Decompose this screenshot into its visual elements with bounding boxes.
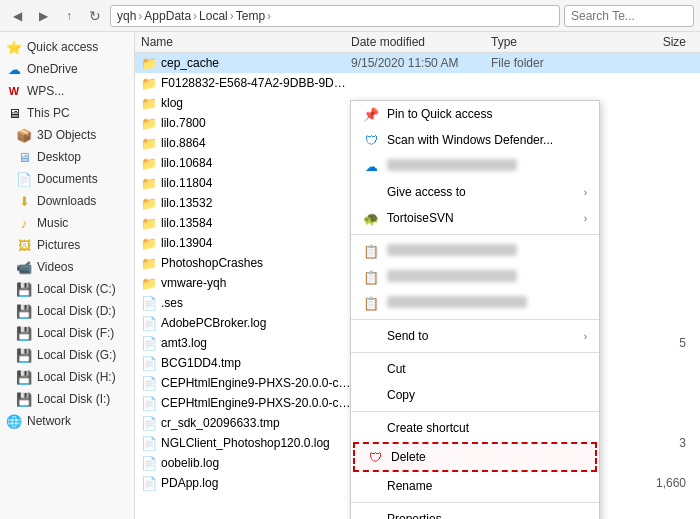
ctx-delete[interactable]: 🛡 Delete: [353, 442, 597, 472]
file-icon: 📄: [141, 296, 157, 311]
ctx-properties[interactable]: Properties: [351, 506, 599, 519]
file-name: PhotoshopCrashes: [161, 256, 263, 270]
sidebar-label-onedrive: OneDrive: [27, 62, 78, 76]
col-name-header[interactable]: Name: [141, 35, 351, 49]
ctx-send-to[interactable]: Send to ›: [351, 323, 599, 349]
local-f-icon: 💾: [16, 325, 32, 341]
back-button[interactable]: ◀: [6, 5, 28, 27]
file-name: cr_sdk_02096633.tmp: [161, 416, 280, 430]
file-size: 5: [591, 336, 694, 350]
file-name: klog: [161, 96, 183, 110]
delete-icon: 🛡: [367, 449, 383, 465]
sidebar-item-onedrive[interactable]: ☁ OneDrive: [0, 58, 134, 80]
folder-icon: 📁: [141, 196, 157, 211]
submenu-arrow: ›: [584, 213, 587, 224]
sidebar-item-3d-objects[interactable]: 📦 3D Objects: [0, 124, 134, 146]
send-to-icon: [363, 328, 379, 344]
ctx-cut[interactable]: Cut: [351, 356, 599, 382]
ctx-separator-2: [351, 319, 599, 320]
properties-icon: [363, 511, 379, 519]
sidebar-item-local-g[interactable]: 💾 Local Disk (G:): [0, 344, 134, 366]
sidebar-label-this-pc: This PC: [27, 106, 70, 120]
col-date-header[interactable]: Date modified: [351, 35, 491, 49]
ctx-label-tortoisesvn: TortoiseSVN: [387, 211, 576, 225]
network-icon: 🌐: [6, 413, 22, 429]
file-name: amt3.log: [161, 336, 207, 350]
file-name: BCG1DD4.tmp: [161, 356, 241, 370]
address-bar[interactable]: yqh › AppData › Local › Temp ›: [110, 5, 560, 27]
ctx-give-access[interactable]: Give access to ›: [351, 179, 599, 205]
col-type-header[interactable]: Type: [491, 35, 591, 49]
sidebar-item-local-f[interactable]: 💾 Local Disk (F:): [0, 322, 134, 344]
this-pc-icon: 🖥: [6, 105, 22, 121]
ctx-pin-to-quick-access[interactable]: 📌 Pin to Quick access: [351, 101, 599, 127]
sidebar-label-videos: Videos: [37, 260, 73, 274]
ctx-separator-1: [351, 234, 599, 235]
blurred-icon-4: 📋: [363, 295, 379, 311]
sidebar-item-videos[interactable]: 📹 Videos: [0, 256, 134, 278]
folder-icon: 📁: [141, 176, 157, 191]
local-g-icon: 💾: [16, 347, 32, 363]
ctx-scan-defender[interactable]: 🛡 Scan with Windows Defender...: [351, 127, 599, 153]
sidebar-item-this-pc[interactable]: 🖥 This PC: [0, 102, 134, 124]
ctx-blurred-1[interactable]: ☁: [351, 153, 599, 179]
sidebar-item-local-i[interactable]: 💾 Local Disk (I:): [0, 388, 134, 410]
file-name: AdobePCBroker.log: [161, 316, 266, 330]
table-row[interactable]: 📁cep_cache 9/15/2020 11:50 AM File folde…: [135, 53, 700, 73]
cloud-icon: ☁: [363, 158, 379, 174]
refresh-button[interactable]: ↻: [84, 5, 106, 27]
up-button[interactable]: ↑: [58, 5, 80, 27]
ctx-tortoisesvn[interactable]: 🐢 TortoiseSVN ›: [351, 205, 599, 231]
sidebar-item-downloads[interactable]: ⬇ Downloads: [0, 190, 134, 212]
ctx-label-send-to: Send to: [387, 329, 576, 343]
sidebar-item-desktop[interactable]: 🖥 Desktop: [0, 146, 134, 168]
sidebar-label-local-i: Local Disk (I:): [37, 392, 110, 406]
blurred-icon-2: 📋: [363, 243, 379, 259]
file-date: 9/15/2020 11:50 AM: [351, 56, 491, 70]
shortcut-icon: [363, 420, 379, 436]
file-icon: 📄: [141, 376, 157, 391]
ctx-label-cut: Cut: [387, 362, 587, 376]
col-size-header[interactable]: Size: [591, 35, 694, 49]
share-icon: [363, 184, 379, 200]
quick-access-icon: ⭐: [6, 39, 22, 55]
ctx-label-pin: Pin to Quick access: [387, 107, 587, 121]
folder-icon: 📁: [141, 76, 157, 91]
sidebar-item-music[interactable]: ♪ Music: [0, 212, 134, 234]
file-name: lilo.8864: [161, 136, 206, 150]
ctx-blurred-4[interactable]: 📋: [351, 290, 599, 316]
ctx-blurred-3[interactable]: 📋: [351, 264, 599, 290]
local-h-icon: 💾: [16, 369, 32, 385]
sidebar-item-local-d[interactable]: 💾 Local Disk (D:): [0, 300, 134, 322]
table-row[interactable]: 📁F0128832-E568-47A2-9DBB-9DE48...: [135, 73, 700, 93]
sidebar-label-quick-access: Quick access: [27, 40, 98, 54]
ctx-copy[interactable]: Copy: [351, 382, 599, 408]
file-name: lilo.13584: [161, 216, 212, 230]
ctx-label-rename: Rename: [387, 479, 587, 493]
ctx-label-give-access: Give access to: [387, 185, 576, 199]
ctx-rename[interactable]: Rename: [351, 473, 599, 499]
search-input[interactable]: [564, 5, 694, 27]
sidebar-item-network[interactable]: 🌐 Network: [0, 410, 134, 432]
sidebar-item-quick-access[interactable]: ⭐ Quick access: [0, 36, 134, 58]
sidebar-item-local-c[interactable]: 💾 Local Disk (C:): [0, 278, 134, 300]
sidebar-item-documents[interactable]: 📄 Documents: [0, 168, 134, 190]
sidebar-item-wps[interactable]: W WPS...: [0, 80, 134, 102]
ctx-blurred-2[interactable]: 📋: [351, 238, 599, 264]
ctx-separator-4: [351, 411, 599, 412]
sidebar-label-local-f: Local Disk (F:): [37, 326, 114, 340]
pin-icon: 📌: [363, 106, 379, 122]
file-name: CEPHtmlEngine9-PHXS-20.0.0-co...: [161, 376, 351, 390]
file-icon: 📄: [141, 356, 157, 371]
file-icon: 📄: [141, 416, 157, 431]
music-icon: ♪: [16, 215, 32, 231]
local-i-icon: 💾: [16, 391, 32, 407]
sidebar-item-pictures[interactable]: 🖼 Pictures: [0, 234, 134, 256]
file-icon: 📄: [141, 436, 157, 451]
forward-button[interactable]: ▶: [32, 5, 54, 27]
breadcrumb-appdata: AppData: [144, 9, 191, 23]
context-menu: 📌 Pin to Quick access 🛡 Scan with Window…: [350, 100, 600, 519]
sidebar-item-local-h[interactable]: 💾 Local Disk (H:): [0, 366, 134, 388]
ctx-create-shortcut[interactable]: Create shortcut: [351, 415, 599, 441]
file-list-header: Name Date modified Type Size: [135, 32, 700, 53]
